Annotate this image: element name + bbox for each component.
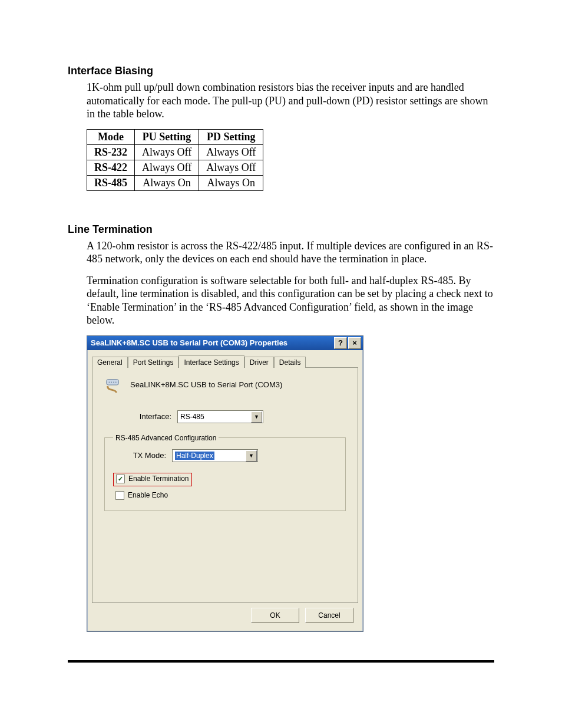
tab-general[interactable]: General [92,357,128,368]
enable-echo-label: Enable Echo [128,491,168,499]
titlebar[interactable]: SeaLINK+8M.SC USB to Serial Port (COM3) … [87,336,363,350]
footer-rule [68,660,494,663]
enable-termination-highlight: Enable Termination [113,473,192,486]
help-button[interactable]: ? [334,337,347,349]
table-row: RS-232 Always Off Always Off [87,144,263,160]
properties-dialog: SeaLINK+8M.SC USB to Serial Port (COM3) … [87,335,363,632]
window-title: SeaLINK+8M.SC USB to Serial Port (COM3) … [91,338,333,347]
table-row: RS-422 Always Off Always Off [87,160,263,175]
heading-line-termination: Line Termination [68,223,494,236]
serial-port-icon [104,376,122,394]
para-termination-1: A 120-ohm resistor is across the RS-422/… [87,239,494,266]
interface-select-value: RS-485 [180,413,204,421]
chevron-down-icon: ▼ [251,411,262,423]
interface-select[interactable]: RS-485 ▼ [177,410,263,423]
cell: Always On [135,175,199,190]
th-mode: Mode [87,129,135,144]
para-biasing: 1K-ohm pull up/pull down combination res… [87,81,494,121]
tab-interface-settings[interactable]: Interface Settings [178,355,244,368]
svg-point-3 [113,381,114,383]
tab-port-settings[interactable]: Port Settings [128,357,179,368]
enable-echo-checkbox[interactable] [115,491,124,500]
biasing-table: Mode PU Setting PD Setting RS-232 Always… [87,129,263,191]
group-legend: RS-485 Advanced Configuration [113,434,219,442]
tabstrip: General Port Settings Interface Settings… [87,350,363,367]
svg-point-2 [111,381,112,383]
cell: Always Off [135,144,199,160]
para-termination-2: Termination configuration is software se… [87,274,494,327]
tab-driver[interactable]: Driver [244,357,274,368]
rs485-advanced-group: RS-485 Advanced Configuration TX Mode: H… [104,434,346,511]
svg-rect-0 [107,379,119,384]
cell: Always On [199,175,263,190]
svg-point-4 [115,381,117,383]
cell: RS-485 [87,175,135,190]
ok-button[interactable]: OK [251,608,299,623]
cancel-button[interactable]: Cancel [305,608,353,623]
tab-panel-interface-settings: SeaLINK+8M.SC USB to Serial Port (COM3) … [92,367,358,603]
table-row: RS-485 Always On Always On [87,175,263,190]
interface-label: Interface: [124,412,171,421]
enable-termination-checkbox[interactable] [116,475,125,483]
cell: RS-232 [87,144,135,160]
cell: RS-422 [87,160,135,175]
device-name-label: SeaLINK+8M.SC USB to Serial Port (COM3) [130,380,282,389]
th-pd: PD Setting [199,129,263,144]
cell: Always Off [199,160,263,175]
txmode-label: TX Mode: [125,451,166,460]
cell: Always Off [199,144,263,160]
enable-termination-label: Enable Termination [128,475,189,483]
txmode-select[interactable]: Half-Duplex ▼ [172,449,258,462]
close-button[interactable]: × [348,337,361,349]
svg-point-1 [109,381,110,383]
heading-interface-biasing: Interface Biasing [68,65,494,77]
cell: Always Off [135,160,199,175]
txmode-select-value: Half-Duplex [175,452,214,460]
chevron-down-icon: ▼ [246,450,257,462]
tab-details[interactable]: Details [274,357,306,368]
th-pu: PU Setting [135,129,199,144]
